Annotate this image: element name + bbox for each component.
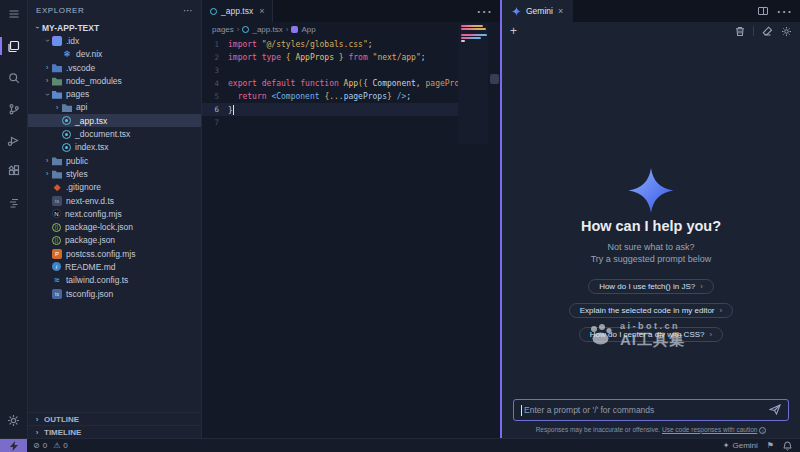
tree-item-tsconfig-json[interactable]: tstsconfig.json bbox=[28, 287, 201, 300]
tree-item-tailwind-config-ts[interactable]: ≈tailwind.config.ts bbox=[28, 274, 201, 287]
tree-item-styles[interactable]: ›styles bbox=[28, 167, 201, 180]
tree-item-api[interactable]: ›api bbox=[28, 101, 201, 114]
tab-gemini[interactable]: Gemini × bbox=[502, 0, 573, 22]
folder-public-icon bbox=[52, 156, 62, 166]
split-editor-icon[interactable] bbox=[758, 7, 768, 15]
code-line-6[interactable]: 6} bbox=[202, 103, 458, 116]
tree-item-next-env-d-ts[interactable]: tsnext-env.d.ts bbox=[28, 194, 201, 207]
section-outline[interactable]: ›OUTLINE bbox=[28, 412, 201, 425]
tree-item-package-lock-json[interactable]: {}package-lock.json bbox=[28, 220, 201, 233]
breadcrumb-file[interactable]: _app.tsx bbox=[252, 25, 282, 34]
gemini-tab-label: Gemini bbox=[526, 6, 553, 16]
source-control-icon[interactable] bbox=[0, 97, 28, 121]
info-icon[interactable]: i bbox=[759, 427, 766, 434]
remote-indicator[interactable] bbox=[0, 439, 27, 452]
chevron-icon: › bbox=[43, 36, 52, 46]
search-icon[interactable] bbox=[0, 66, 28, 90]
eraser-icon[interactable] bbox=[762, 26, 773, 36]
code-line-5[interactable]: 5 return <Component {...pageProps} />; bbox=[202, 90, 458, 103]
prompt-chip-3[interactable]: How do I center a div with CSS?› bbox=[579, 327, 723, 342]
prompt-chip-1[interactable]: How do I use fetch() in JS?› bbox=[588, 279, 714, 294]
react-icon bbox=[62, 116, 71, 125]
tree-item--app-tsx[interactable]: _app.tsx bbox=[28, 114, 201, 127]
tree-item-label: .idx bbox=[66, 36, 79, 46]
sidebar-sections: ›OUTLINE›TIMELINE bbox=[28, 412, 201, 438]
run-debug-icon[interactable] bbox=[0, 128, 28, 152]
tree-item-label: public bbox=[66, 156, 88, 166]
tools-icon[interactable] bbox=[0, 191, 28, 215]
breadcrumb-pages[interactable]: pages bbox=[212, 25, 234, 34]
breadcrumb-symbol[interactable]: App bbox=[301, 25, 315, 34]
tree-item--gitignore[interactable]: ◆.gitignore bbox=[28, 181, 201, 194]
caution-link[interactable]: Use code responses with caution bbox=[662, 426, 757, 433]
explorer-icon[interactable] bbox=[0, 34, 28, 58]
tree-item-postcss-config-mjs[interactable]: Ppostcss.config.mjs bbox=[28, 247, 201, 260]
editor-more-icon[interactable]: ⋯ bbox=[476, 2, 492, 21]
tree-item-next-config-mjs[interactable]: Nnext.config.mjs bbox=[28, 207, 201, 220]
tree-item-label: .vscode bbox=[66, 63, 95, 73]
problems-status[interactable]: ⊘ 0 ⚠ 0 bbox=[33, 441, 68, 450]
ide-window: EXPLORER ⋯ ›MY-APP-TEXT›.idx❄dev.nix›.vs… bbox=[0, 0, 800, 452]
code-line-4[interactable]: 4export default function App({ Component… bbox=[202, 77, 458, 90]
tree-item--idx[interactable]: ›.idx bbox=[28, 34, 201, 47]
gear-icon[interactable] bbox=[781, 26, 792, 37]
tab-app-tsx[interactable]: _app.tsx × bbox=[202, 0, 273, 22]
editor-scrollbar-thumb[interactable] bbox=[490, 74, 499, 84]
tree-item-dev-nix[interactable]: ❄dev.nix bbox=[28, 48, 201, 61]
code-editor[interactable]: 1import "@/styles/globals.css";2import t… bbox=[202, 38, 500, 438]
tree-item-label: next-env.d.ts bbox=[66, 196, 114, 206]
code-line-2[interactable]: 2import type { AppProps } from "next/app… bbox=[202, 51, 458, 64]
gemini-status[interactable]: ✦ Gemini bbox=[723, 441, 758, 450]
tree-item-label: index.tsx bbox=[75, 142, 109, 152]
tree-item-public[interactable]: ›public bbox=[28, 154, 201, 167]
tree-item-label: api bbox=[76, 102, 87, 112]
line-number: 4 bbox=[202, 79, 228, 88]
close-icon[interactable]: × bbox=[259, 6, 264, 16]
send-icon[interactable] bbox=[769, 401, 781, 419]
code-text: } bbox=[228, 105, 458, 115]
bell-icon[interactable] bbox=[783, 441, 792, 451]
chevron-right-icon: › bbox=[700, 282, 703, 291]
code-line-1[interactable]: 1import "@/styles/globals.css"; bbox=[202, 38, 458, 51]
tree-item-label: README.md bbox=[65, 262, 116, 272]
gemini-more-icon[interactable]: ⋯ bbox=[776, 2, 792, 21]
tree-item-pages[interactable]: ›pages bbox=[28, 87, 201, 100]
prompt-chip-2[interactable]: Explain the selected code in my editor› bbox=[569, 303, 733, 318]
tree-item-package-json[interactable]: {}package.json bbox=[28, 234, 201, 247]
chevron-icon: › bbox=[32, 428, 42, 437]
gemini-heading: How can I help you? bbox=[502, 218, 800, 234]
trash-icon[interactable] bbox=[735, 26, 745, 37]
error-icon: ⊘ bbox=[33, 441, 40, 450]
tree-item-my-app-text[interactable]: ›MY-APP-TEXT bbox=[28, 21, 201, 34]
settings-gear-icon[interactable] bbox=[0, 408, 28, 432]
tree-item-index-tsx[interactable]: index.tsx bbox=[28, 141, 201, 154]
section-timeline[interactable]: ›TIMELINE bbox=[28, 425, 201, 438]
tree-item-label: pages bbox=[66, 89, 89, 99]
feedback-flag-icon[interactable]: ⚑ bbox=[767, 441, 774, 450]
tree-item-label: _document.tsx bbox=[75, 129, 130, 139]
tree-item-label: MY-APP-TEXT bbox=[42, 23, 99, 33]
prompt-input[interactable]: Enter a prompt or '/' for commands bbox=[513, 399, 789, 421]
tree-item-label: tsconfig.json bbox=[66, 289, 113, 299]
git-icon: ◆ bbox=[52, 182, 62, 192]
code-text: import "@/styles/globals.css"; bbox=[228, 40, 458, 49]
close-icon[interactable]: × bbox=[558, 6, 563, 16]
code-line-7[interactable]: 7 bbox=[202, 116, 458, 129]
npm-icon: {} bbox=[52, 236, 61, 245]
tree-item-node-modules[interactable]: ›node_modules bbox=[28, 74, 201, 87]
tree-item--document-tsx[interactable]: _document.tsx bbox=[28, 127, 201, 140]
new-chat-icon[interactable]: + bbox=[510, 24, 517, 38]
code-line-3[interactable]: 3 bbox=[202, 64, 458, 77]
minimap[interactable] bbox=[458, 24, 488, 144]
tree-item--vscode[interactable]: ›.vscode bbox=[28, 61, 201, 74]
prompt-placeholder: Enter a prompt or '/' for commands bbox=[524, 405, 769, 415]
extensions-icon[interactable] bbox=[0, 159, 28, 183]
tree-item-label: postcss.config.mjs bbox=[66, 249, 135, 259]
explorer-more-icon[interactable]: ⋯ bbox=[183, 5, 193, 16]
tree-item-readme-md[interactable]: iREADME.md bbox=[28, 260, 201, 273]
warning-count: 0 bbox=[63, 441, 67, 450]
next-icon: N bbox=[52, 209, 61, 218]
line-number: 6 bbox=[202, 105, 228, 114]
menu-icon[interactable] bbox=[0, 2, 28, 26]
tree-item-label: node_modules bbox=[66, 76, 122, 86]
